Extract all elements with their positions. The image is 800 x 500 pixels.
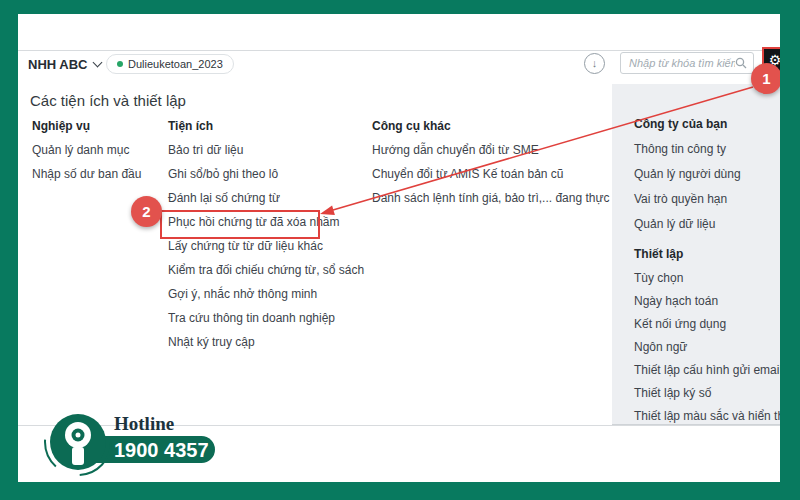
menu-column-tien-ich: Tiện ích Bảo trì dữ liệu Ghi sổ/bỏ ghi t… — [168, 114, 368, 354]
download-button[interactable]: ↓ — [584, 53, 605, 74]
page-title: Các tiện ích và thiết lập — [30, 92, 186, 109]
frame-border-left — [0, 0, 18, 500]
active-dot-icon — [117, 61, 123, 67]
column-header: Nghiệp vụ — [32, 114, 162, 138]
app-window: NHH ABC Dulieuketoan_2023 ↓ ⚙ Các tiện í… — [18, 14, 780, 482]
sidebar-section-header: Thiết lập — [634, 242, 780, 266]
menu-item[interactable]: Danh sách lệnh tính giá, bảo trì,... đan… — [372, 186, 612, 210]
chevron-down-icon — [93, 58, 103, 68]
frame-border-right — [780, 0, 800, 500]
hotline-number: 1900 4357 — [114, 439, 209, 461]
hotline-label: Hotline — [114, 413, 174, 434]
sidebar-section-company: Công ty của bạn Thông tin công ty Quản l… — [634, 112, 780, 236]
menu-item[interactable]: Đánh lại số chứng từ — [168, 186, 368, 210]
frame-border-bottom — [0, 482, 800, 500]
menu-item[interactable]: Kiểm tra đối chiếu chứng từ, sổ sách — [168, 258, 368, 282]
settings-sidebar: Công ty của bạn Thông tin công ty Quản l… — [612, 84, 780, 425]
sidebar-item-accounting-date[interactable]: Ngày hạch toán — [634, 289, 780, 312]
data-file-name: Dulieuketoan_2023 — [128, 58, 223, 70]
menu-item[interactable]: Hướng dẫn chuyển đổi từ SME — [372, 138, 612, 162]
menu-item[interactable]: Ghi sổ/bỏ ghi theo lô — [168, 162, 368, 186]
sidebar-item-user-management[interactable]: Quản lý người dùng — [634, 161, 780, 186]
download-icon: ↓ — [592, 57, 598, 69]
sidebar-section-settings: Thiết lập Tùy chọn Ngày hạch toán Kết nố… — [634, 242, 780, 427]
sidebar-item-color-display[interactable]: Thiết lập màu sắc và hiển thị Mới — [634, 404, 780, 427]
menu-item[interactable]: Nhật ký truy cập — [168, 330, 368, 354]
menu-column-nghiep-vu: Nghiệp vụ Quản lý danh mục Nhập số dư ba… — [32, 114, 162, 186]
sidebar-item-email-config[interactable]: Thiết lập cấu hình gửi email — [634, 358, 780, 381]
column-header: Công cụ khác — [372, 114, 612, 138]
menu-item[interactable]: Tra cứu thông tin doanh nghiệp — [168, 306, 368, 330]
sidebar-section-header: Công ty của bạn — [634, 112, 780, 136]
menu-item[interactable]: Quản lý danh mục — [32, 138, 162, 162]
company-dropdown[interactable]: NHH ABC — [28, 55, 101, 73]
sidebar-item-company-info[interactable]: Thông tin công ty — [634, 136, 780, 161]
search-input[interactable] — [621, 57, 735, 69]
menu-item[interactable]: Nhập số dư ban đầu — [32, 162, 162, 186]
toolbar-divider — [18, 50, 780, 51]
menu-item[interactable]: Bảo trì dữ liệu — [168, 138, 368, 162]
menu-column-cong-cu-khac: Công cụ khác Hướng dẫn chuyển đổi từ SME… — [372, 114, 612, 210]
frame-border-top — [0, 0, 800, 14]
sidebar-item-digital-signature[interactable]: Thiết lập ký số — [634, 381, 780, 404]
menu-item[interactable]: Lấy chứng từ từ dữ liệu khác — [168, 234, 368, 258]
menu-item[interactable]: Chuyển đổi từ AMIS Kế toán bản cũ — [372, 162, 612, 186]
column-header: Tiện ích — [168, 114, 368, 138]
sidebar-item-label: Thiết lập màu sắc và hiển thị — [634, 409, 787, 423]
sidebar-item-app-connection[interactable]: Kết nối ứng dụng — [634, 312, 780, 335]
search-box — [620, 52, 754, 74]
sidebar-item-options[interactable]: Tùy chọn — [634, 266, 780, 289]
hotline-badge: Hotline 1900 4357 — [28, 398, 238, 486]
sidebar-item-language[interactable]: Ngôn ngữ — [634, 335, 780, 358]
search-icon[interactable] — [735, 57, 747, 69]
menu-item[interactable]: Gợi ý, nhắc nhở thông minh — [168, 282, 368, 306]
company-name: NHH ABC — [28, 57, 87, 72]
menu-item-restore-deleted-voucher[interactable]: Phục hồi chứng từ đã xóa nhầm — [168, 210, 368, 234]
hotline-person-icon — [72, 447, 84, 465]
data-file-badge[interactable]: Dulieuketoan_2023 — [106, 54, 234, 74]
sidebar-item-roles[interactable]: Vai trò quyền hạn — [634, 186, 780, 211]
sidebar-item-data-management[interactable]: Quản lý dữ liệu — [634, 211, 780, 236]
